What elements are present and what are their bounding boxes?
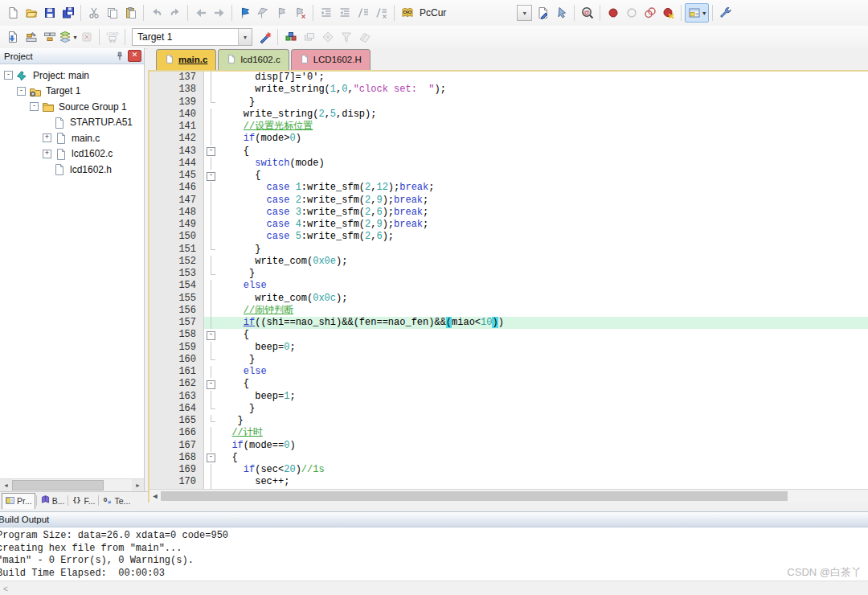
- tree-item-target-1[interactable]: -Target 1: [0, 84, 144, 100]
- bookmark-prev-icon[interactable]: [254, 4, 272, 22]
- chevron-down-icon[interactable]: ▾: [517, 5, 532, 21]
- tab-main-c[interactable]: main.c: [156, 49, 216, 70]
- load-icon[interactable]: LOAD: [103, 28, 121, 46]
- code-line-137[interactable]: 137 disp[7]='0';: [149, 72, 868, 84]
- collapse-icon[interactable]: -: [17, 87, 26, 96]
- scroll-left-icon[interactable]: ◄: [0, 479, 12, 491]
- collapse-icon[interactable]: -: [4, 71, 13, 80]
- code-line-139[interactable]: 139 }: [149, 96, 868, 109]
- tab-lcd1602-c[interactable]: lcd1602.c: [218, 49, 289, 70]
- code-line-144[interactable]: 144 switch(mode): [149, 158, 868, 170]
- fold-marker[interactable]: -: [204, 170, 218, 182]
- undo-icon[interactable]: [147, 4, 166, 22]
- fold-marker[interactable]: -: [204, 378, 218, 390]
- breakpoint-disable-all-icon[interactable]: [641, 4, 659, 22]
- scrollbar-thumb[interactable]: [12, 480, 104, 490]
- breakpoint-icon[interactable]: [604, 4, 622, 22]
- comment-icon[interactable]: [354, 4, 372, 22]
- fold-marker[interactable]: -: [204, 329, 218, 341]
- scrollbar-thumb[interactable]: [161, 491, 788, 501]
- fold-marker[interactable]: -: [204, 452, 218, 464]
- manage-rte-icon[interactable]: [281, 28, 300, 46]
- scroll-left-icon[interactable]: <: [3, 585, 8, 593]
- nav-back-icon[interactable]: [191, 4, 210, 22]
- rebuild-icon[interactable]: [40, 28, 59, 46]
- cursor-arrow-icon[interactable]: [552, 4, 571, 22]
- new-file-icon[interactable]: [3, 4, 22, 22]
- code-line-161[interactable]: 161 else: [149, 366, 868, 378]
- find-q-icon[interactable]: @: [578, 4, 596, 22]
- doc-edit-icon[interactable]: [534, 4, 552, 22]
- code-line-170[interactable]: 170 sec++;: [149, 476, 868, 488]
- tree-item-lcd1602-h[interactable]: lcd1602.h: [0, 162, 144, 178]
- tree-item-main-c[interactable]: +main.c: [0, 130, 144, 146]
- stop-build-icon[interactable]: [77, 28, 96, 46]
- code-line-148[interactable]: 148 case 3:write_sfm(2,6);break;: [149, 207, 868, 219]
- code-line-147[interactable]: 147 case 2:write_sfm(2,9);break;: [149, 195, 868, 207]
- code-line-152[interactable]: 152 write_com(0x0e);: [149, 256, 868, 268]
- build-output-hscrollbar[interactable]: <: [0, 581, 868, 595]
- bookmark-next-icon[interactable]: [272, 4, 291, 22]
- code-line-169[interactable]: 169 if(sec<20)//1s: [149, 464, 868, 476]
- close-icon[interactable]: ✕: [128, 50, 141, 62]
- code-line-143[interactable]: 143- {: [149, 146, 868, 158]
- tree-item-startup-a51[interactable]: STARTUP.A51: [0, 115, 144, 131]
- code-line-158[interactable]: 158- {: [149, 329, 868, 341]
- code-line-162[interactable]: 162- {: [149, 378, 868, 390]
- translate-icon[interactable]: [3, 28, 22, 46]
- code-line-145[interactable]: 145- {: [149, 170, 868, 182]
- scroll-right-icon[interactable]: ►: [132, 479, 144, 491]
- breakpoint-empty-icon[interactable]: [622, 4, 641, 22]
- code-line-153[interactable]: 153 }: [149, 268, 868, 280]
- breakpoint-kill-all-icon[interactable]: [659, 4, 678, 22]
- bookmark-clear-icon[interactable]: [291, 4, 309, 22]
- workspace-tab-te[interactable]: 0Te...: [100, 493, 133, 508]
- code-line-151[interactable]: 151 }: [149, 244, 868, 256]
- build-icon[interactable]: [22, 28, 40, 46]
- code-line-155[interactable]: 155 write_com(0x0c);: [149, 293, 868, 305]
- workspace-tab-f[interactable]: {}F...: [69, 493, 97, 508]
- save-all-icon[interactable]: [59, 4, 77, 22]
- code-line-167[interactable]: 167 if(mode==0): [149, 440, 868, 452]
- code-line-160[interactable]: 160 }: [149, 354, 868, 366]
- code-line-157[interactable]: 157 if((shi==nao_shi)&&(fen==nao_fen)&&(…: [149, 317, 868, 329]
- target-select[interactable]: Target 1▾: [132, 28, 252, 46]
- tree-item-source-group-1[interactable]: -Source Group 1: [0, 99, 144, 115]
- code-line-164[interactable]: 164 }: [149, 403, 868, 415]
- code-line-165[interactable]: 165 }: [149, 415, 868, 427]
- copy-icon[interactable]: [103, 4, 121, 22]
- flash-stack-icon[interactable]: [300, 28, 318, 46]
- scroll-left-icon[interactable]: ◄: [149, 492, 161, 500]
- uncomment-icon[interactable]: [372, 4, 391, 22]
- open-folder-icon[interactable]: [22, 4, 40, 22]
- chevron-down-icon[interactable]: ▾: [238, 29, 252, 45]
- code-line-163[interactable]: 163 beep=1;: [149, 391, 868, 403]
- nav-forward-icon[interactable]: [210, 4, 228, 22]
- code-line-159[interactable]: 159 beep=0;: [149, 342, 868, 354]
- code-line-138[interactable]: 138 write_string(1,0,"clock set: ");: [149, 84, 868, 96]
- code-line-166[interactable]: 166 //计时: [149, 427, 868, 439]
- fold-marker[interactable]: -: [204, 146, 218, 158]
- gray-funnel-icon[interactable]: [337, 28, 355, 46]
- gray-books-icon[interactable]: [355, 28, 374, 46]
- gray-diamond-icon[interactable]: [318, 28, 337, 46]
- build-output-log[interactable]: Program Size: data=26.0 xdata=0 code=950…: [0, 527, 868, 581]
- wrench-icon[interactable]: [716, 4, 735, 22]
- code-line-146[interactable]: 146 case 1:write_sfm(2,12);break;: [149, 182, 868, 194]
- paste-icon[interactable]: [121, 4, 140, 22]
- code-line-140[interactable]: 140 write_string(2,5,disp);: [149, 109, 868, 121]
- tab-lcd1602-h[interactable]: LCD1602.H: [291, 49, 371, 70]
- editor-hscrollbar[interactable]: ◄: [148, 489, 868, 503]
- redo-icon[interactable]: [166, 4, 184, 22]
- tree-item-project-main[interactable]: -Project: main: [0, 68, 144, 84]
- code-editor[interactable]: 137 disp[7]='0';138 write_string(1,0,"cl…: [148, 72, 868, 489]
- tree-item-lcd1602-c[interactable]: +lcd1602.c: [0, 146, 144, 162]
- project-hscrollbar[interactable]: ◄ ►: [0, 478, 144, 491]
- code-line-142[interactable]: 142 if(mode>0): [149, 133, 868, 145]
- target-options-wand-icon[interactable]: [256, 28, 274, 46]
- collapse-icon[interactable]: -: [30, 102, 39, 111]
- cut-icon[interactable]: [84, 4, 103, 22]
- workspace-tab-b[interactable]: B...: [38, 493, 68, 508]
- outdent-icon[interactable]: [335, 4, 354, 22]
- code-line-168[interactable]: 168- {: [149, 452, 868, 464]
